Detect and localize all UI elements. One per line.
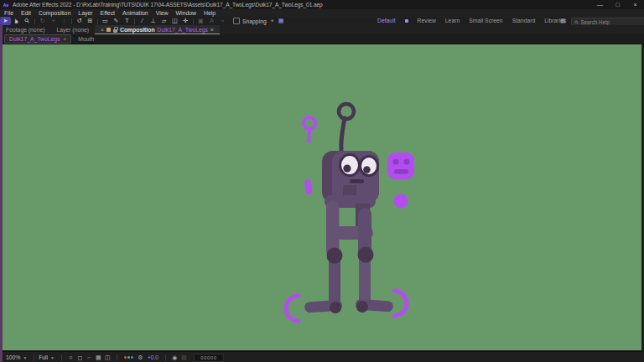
selection-tool-icon[interactable]: ➤ [0,17,11,25]
workspace-standard[interactable]: Standard [512,17,536,25]
composition-name: Duik17_A_TwoLegs [158,27,208,33]
timecode-value: 00000 [200,354,217,360]
workspace-small-screen[interactable]: Small Screen [469,17,502,25]
statusbar-separator [165,354,166,361]
exposure-value[interactable]: +0.0 [148,354,158,360]
toolbar-extra-icon[interactable]: A [206,17,217,25]
viewer-tab-label: Duik17_A_TwoLegs [9,36,60,42]
robot-left-ankle [330,302,341,313]
eraser-tool-icon[interactable]: ▱ [158,17,169,25]
menu-effect[interactable]: Effect [101,9,116,17]
magnification-dropdown[interactable]: 100% [6,354,20,360]
viewer-swatch-icon [106,28,111,32]
composition-tab-close-icon[interactable]: × [101,27,104,33]
toolbar-separator [134,18,135,24]
menu-view[interactable]: View [156,9,169,17]
maximize-button[interactable]: □ [609,0,626,9]
robot-left-eye [340,155,360,176]
rig-pill-controller[interactable] [304,179,313,195]
search-placeholder: Search Help [580,19,610,25]
rectangle-tool-icon[interactable]: ▭ [100,17,111,25]
menu-window[interactable]: Window [176,9,197,17]
viewer-tab-close-icon[interactable]: × [63,36,66,42]
tab-footage[interactable]: Footage (none) [0,25,50,34]
composition-panel-label: Composition [120,27,155,33]
share-screen-icon[interactable]: ▦ [560,18,566,24]
rotation-tool-icon[interactable]: ↺ [74,17,85,25]
rig-head-controller[interactable] [387,153,414,179]
menu-layer[interactable]: Layer [78,9,92,17]
rig-ball-controller[interactable] [394,194,408,209]
resolution-dropdown[interactable]: Full [39,354,48,360]
statusbar-separator [117,354,117,361]
rig-left-foot-controller[interactable] [286,296,299,321]
viewer-tab-bar: Duik17_A_TwoLegs × Mouth [0,34,644,44]
puppet-pin-tool-icon[interactable]: ✜ [180,17,191,25]
menu-animation[interactable]: Animation [122,9,148,17]
statusbar-separator [34,354,34,361]
robot-right-pupil [363,166,371,173]
robot-legs[interactable] [304,200,394,313]
workspace-modified-icon [405,19,408,23]
snapping-checkbox[interactable] [233,18,240,24]
pan-behind-tool-icon[interactable]: ⊞ [85,17,96,25]
robot-mouth [350,179,364,184]
type-tool-icon[interactable]: T [122,17,132,25]
channel-rgb-icon[interactable] [124,356,133,359]
robot-left-knee [327,248,343,264]
toolbar-extra-icon[interactable]: ▣ [195,17,206,25]
clone-stamp-tool-icon[interactable]: ⊥ [148,17,158,25]
tab-layer[interactable]: Layer (none) [50,25,95,34]
left-panel-edge [0,25,3,362]
pen-tool-icon[interactable]: ✎ [111,17,122,25]
statusbar-separator [61,354,62,361]
snap-options-icon[interactable]: ⌖ [271,18,274,24]
minimize-button[interactable]: — [591,0,609,9]
orbit-camera-tool-icon[interactable]: ↻ [37,17,48,25]
take-snapshot-icon[interactable]: ◉ [170,354,179,361]
workspace-bar: Default Review Learn Small Screen Standa… [377,17,579,25]
close-button[interactable]: × [626,0,644,9]
snapping-label: Snapping [242,18,267,24]
rig-hand-controller[interactable] [304,117,315,142]
menu-help[interactable]: Help [204,9,216,17]
composition-canvas[interactable] [3,44,641,350]
region-of-interest-icon[interactable]: ⌐ [85,354,94,360]
fast-previews-icon[interactable]: ⚙ [136,354,145,361]
brush-tool-icon[interactable]: ∕ [137,17,148,25]
viewer-tab-mouth[interactable]: Mouth [78,36,94,42]
snap-grid-icon[interactable]: ▦ [278,18,284,24]
grid-guides-options-icon[interactable]: ⌗ [66,354,75,361]
transparency-grid-icon[interactable]: ▦ [94,354,103,361]
mask-visibility-icon[interactable]: ◻ [75,354,85,361]
toolbar-separator [34,18,35,24]
composition-status-bar: 100% ▾ Full ▾ ⌗ ◻ ⌐ ▦ ◫ ⚙ +0.0 ◉ ▧ 00000 [0,351,644,362]
window-title: Adobe After Effects 2022 - D:\RxLab\Trai… [13,2,323,8]
robot-right-ankle [356,301,368,313]
robot-antenna[interactable] [339,104,354,151]
app-icon: Ae [3,2,9,8]
toolbar-separator [193,18,194,24]
viewer-tab-active[interactable]: Duik17_A_TwoLegs × [4,34,71,44]
workspace-default[interactable]: Default [377,17,396,25]
workspace-review[interactable]: Review [418,17,436,25]
tab-composition[interactable]: × Composition Duik17_A_TwoLegs ≡ [95,25,220,34]
after-effects-window: Ae Adobe After Effects 2022 - D:\RxLab\T… [0,0,644,362]
roto-brush-tool-icon[interactable]: ◫ [169,17,180,25]
toolbar-separator [97,18,98,24]
panel-menu-icon[interactable]: ≡ [210,27,214,33]
menu-composition[interactable]: Composition [39,9,70,17]
show-snapshot-icon[interactable]: ▧ [179,354,189,361]
search-icon: ⚲ [573,18,579,25]
timecode-box[interactable]: 00000 [194,354,224,362]
robot-artwork [3,44,641,350]
dolly-camera-tool-icon[interactable]: ↕ [59,17,70,25]
rig-right-foot-controller[interactable] [394,291,407,316]
chevron-down-icon[interactable]: ▾ [23,355,26,360]
workspace-learn[interactable]: Learn [445,17,460,25]
lock-icon[interactable] [113,29,117,33]
chevron-down-icon[interactable]: ▾ [51,355,54,360]
view-layout-icon[interactable]: ◫ [103,354,112,361]
toolbar-extra-icon[interactable]: ≈ [217,17,228,25]
pan-camera-tool-icon[interactable]: + [48,17,59,25]
